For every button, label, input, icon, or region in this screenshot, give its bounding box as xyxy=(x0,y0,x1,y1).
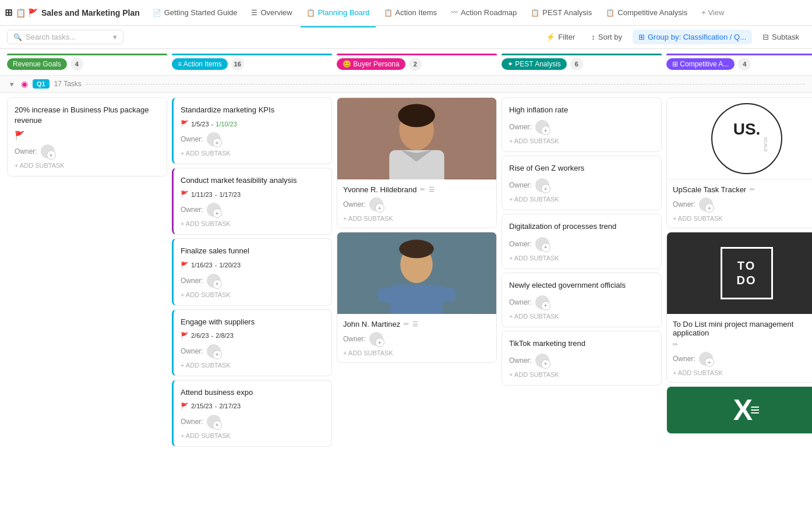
tab-planning-board[interactable]: 📋 Planning Board xyxy=(301,5,376,20)
avatar[interactable]: + xyxy=(535,237,549,251)
competitive-analysis-column: US. SCALE UpScale Task Tracker ✏ Owner: xyxy=(666,97,812,434)
add-view-button[interactable]: + View xyxy=(696,5,730,20)
avatar[interactable]: + xyxy=(369,197,383,211)
avatar[interactable]: + xyxy=(207,344,221,358)
board-columns: 20% increase in Business Plus package re… xyxy=(0,93,812,505)
card-dates: 🚩 1/11/23 - 1/17/23 xyxy=(181,190,324,198)
avatar[interactable]: + xyxy=(535,120,549,134)
card-revenue-1[interactable]: 20% increase in Business Plus package re… xyxy=(7,97,167,176)
group-by-button[interactable]: ⊞ Group by: Classification / Q... xyxy=(633,30,752,44)
date-end: 1/20/23 xyxy=(219,262,241,269)
avatar[interactable]: + xyxy=(535,178,549,192)
add-subtask-btn[interactable]: + ADD SUBTASK xyxy=(181,150,324,157)
add-subtask-btn[interactable]: + ADD SUBTASK xyxy=(509,371,654,378)
q1-toggle[interactable]: ▾ xyxy=(7,79,16,89)
card-action-1[interactable]: Standardize marketing KPIs 🚩 1/5/23 - 1/… xyxy=(172,97,332,164)
avatar[interactable]: + xyxy=(535,295,549,309)
sort-button[interactable]: ↕ Sort by xyxy=(585,30,628,44)
add-subtask-btn[interactable]: + ADD SUBTASK xyxy=(509,137,654,144)
subtask-button[interactable]: ⊟ Subtask xyxy=(757,30,805,44)
avatar[interactable]: + xyxy=(207,203,221,217)
add-subtask-btn[interactable]: + ADD SUBTASK xyxy=(181,432,324,439)
tab-action-items[interactable]: 📋 Action Items xyxy=(378,5,443,20)
col-header-action: ≡ Action Items 16 xyxy=(172,54,332,70)
card-pest-1[interactable]: High inflation rate Owner: + + ADD SUBTA… xyxy=(502,97,662,152)
competitive-count: 4 xyxy=(738,58,751,70)
card-competitive-2[interactable]: TO DO To Do List mini project management… xyxy=(666,232,812,383)
col-header-pest: ✦ PEST Analysis 6 xyxy=(502,54,662,70)
add-subtask-btn[interactable]: + ADD SUBTASK xyxy=(181,291,324,298)
avatar[interactable]: + xyxy=(41,144,55,158)
action-icon: 📋 xyxy=(384,9,393,17)
avatar[interactable]: + xyxy=(699,197,713,211)
app-logo: ⊞ 📋 🚩 Sales and Marketing Plan xyxy=(5,7,140,18)
card-competitive-3[interactable]: X ≡ xyxy=(666,386,812,434)
card-pest-4[interactable]: Newly elected government officials Owner… xyxy=(502,273,662,327)
subtask-icon: ⊟ xyxy=(762,33,769,41)
add-subtask-btn[interactable]: + ADD SUBTASK xyxy=(15,162,160,169)
add-subtask-btn[interactable]: + ADD SUBTASK xyxy=(181,220,324,227)
add-subtask-btn[interactable]: + ADD SUBTASK xyxy=(673,215,812,222)
svg-text:US.: US. xyxy=(733,120,760,138)
owner-row: Owner: + xyxy=(509,354,654,368)
add-subtask-btn[interactable]: + ADD SUBTASK xyxy=(509,196,654,203)
filter-icon: ⚡ xyxy=(546,33,555,41)
date-start: 1/5/23 xyxy=(191,121,209,128)
edit-icon[interactable]: ✏ xyxy=(404,320,409,328)
card-pest-2[interactable]: Rise of Gen Z workers Owner: + + ADD SUB… xyxy=(502,156,662,210)
card-action-2[interactable]: Conduct market feasibility analysis 🚩 1/… xyxy=(172,168,332,235)
app-container: ⊞ 📋 🚩 Sales and Marketing Plan 📄 Getting… xyxy=(0,0,812,505)
tab-getting-started[interactable]: 📄 Getting Started Guide xyxy=(147,5,243,20)
tab-pest-analysis[interactable]: 📋 PEST Analysis xyxy=(525,5,598,20)
tab-action-roadmap[interactable]: 〰 Action Roadmap xyxy=(445,5,522,20)
card-title: Attend business expo xyxy=(181,387,324,398)
card-pest-5[interactable]: TikTok marketing trend Owner: + + ADD SU… xyxy=(502,331,662,386)
avatar[interactable]: + xyxy=(207,132,221,146)
add-subtask-btn[interactable]: + ADD SUBTASK xyxy=(673,369,812,376)
menu-icon[interactable]: ☰ xyxy=(429,186,435,193)
add-subtask-btn[interactable]: + ADD SUBTASK xyxy=(509,255,654,262)
menu-icon[interactable]: ☰ xyxy=(412,320,418,328)
owner-label: Owner: xyxy=(509,356,532,365)
search-box[interactable]: 🔍 Search tasks... ▾ xyxy=(7,30,123,44)
svg-text:SCALE: SCALE xyxy=(763,136,768,151)
owner-label: Owner: xyxy=(343,200,366,209)
card-action-3[interactable]: Finalize sales funnel 🚩 1/16/23 - 1/20/2… xyxy=(172,238,332,305)
avatar[interactable]: + xyxy=(207,415,221,429)
edit-icon[interactable]: ✏ xyxy=(420,186,425,193)
col-header-buyer: 😊 Buyer Persona 2 xyxy=(337,54,497,70)
add-subtask-btn[interactable]: + ADD SUBTASK xyxy=(509,313,654,320)
avatar-plus: + xyxy=(213,280,222,289)
filter-button[interactable]: ⚡ Filter xyxy=(540,30,581,44)
card-title-text: UpScale Task Tracker xyxy=(673,185,746,194)
date-end: 2/8/23 xyxy=(216,332,234,339)
card-action-5[interactable]: Attend business expo 🚩 2/15/23 - 2/17/23… xyxy=(172,380,332,447)
avatar[interactable]: + xyxy=(369,332,383,346)
card-pest-3[interactable]: Digitalization of processes trend Owner:… xyxy=(502,214,662,269)
card-competitive-1[interactable]: US. SCALE UpScale Task Tracker ✏ Owner: xyxy=(666,97,812,228)
card-action-4[interactable]: Engage with suppliers 🚩 2/6/23 - 2/8/23 … xyxy=(172,309,332,376)
card-title: Engage with suppliers xyxy=(181,317,324,327)
pest-icon: 📋 xyxy=(531,9,539,17)
avatar[interactable]: + xyxy=(699,352,713,366)
group-icon: ⊞ xyxy=(638,33,645,41)
card-buyer-2[interactable]: John N. Martinez ✏ ☰ Owner: + + ADD SUBT… xyxy=(337,232,497,363)
flag-row: 🚩 xyxy=(15,130,160,140)
avatar[interactable]: + xyxy=(207,274,221,288)
card-title-text: To Do List mini project management appli… xyxy=(673,320,812,337)
avatar[interactable]: + xyxy=(535,354,549,368)
buyer-count: 2 xyxy=(409,58,422,70)
tab-competitive-analysis[interactable]: 📋 Competitive Analysis xyxy=(600,5,693,20)
buyer-persona-column: Yvonne R. Hildebrand ✏ ☰ Owner: + + ADD … xyxy=(337,97,497,363)
avatar-plus: + xyxy=(705,358,714,367)
add-subtask-btn[interactable]: + ADD SUBTASK xyxy=(343,349,490,356)
edit-icon[interactable]: ✏ xyxy=(750,186,755,193)
person-name: John N. Martinez xyxy=(343,320,400,329)
revenue-count: 4 xyxy=(70,58,83,70)
add-subtask-btn[interactable]: + ADD SUBTASK xyxy=(343,215,490,222)
card-buyer-1[interactable]: Yvonne R. Hildebrand ✏ ☰ Owner: + + ADD … xyxy=(337,97,497,228)
avatar-plus: + xyxy=(541,301,550,310)
add-subtask-btn[interactable]: + ADD SUBTASK xyxy=(181,362,324,369)
tab-overview[interactable]: ☰ Overview xyxy=(245,5,298,20)
edit-icon[interactable]: ✏ xyxy=(673,341,678,348)
